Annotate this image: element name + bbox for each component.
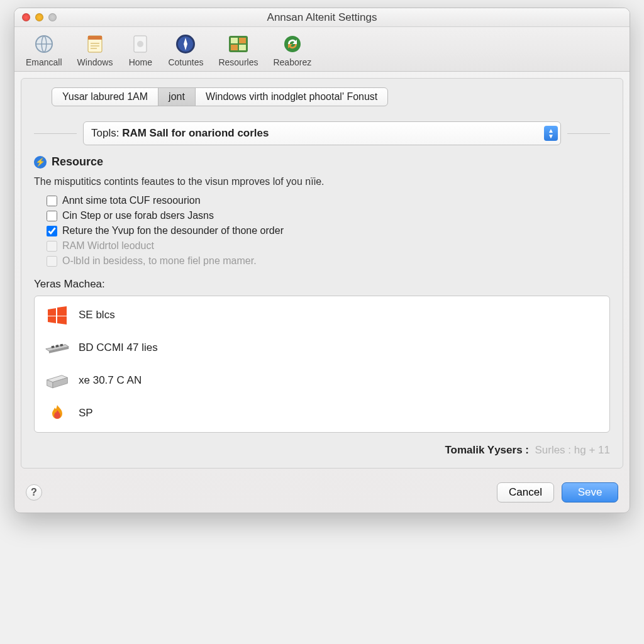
svg-rect-13: [231, 45, 238, 50]
globe-icon: [31, 32, 57, 56]
titlebar: Annsan Altenit Settings: [14, 8, 630, 27]
checkbox-reture[interactable]: Reture the Yvup fon the desounder of tho…: [47, 225, 610, 236]
svg-rect-12: [239, 38, 246, 43]
flame-icon: [45, 403, 70, 423]
list-item-label: SP: [79, 407, 93, 419]
help-button[interactable]: ?: [26, 484, 42, 501]
checkbox-label: Cin Step or use forab dsers Jasns: [62, 210, 214, 221]
checkbox-group: Annt sime tota CUF resoourion Cin Step o…: [47, 195, 610, 267]
dashboard-icon: [226, 32, 251, 56]
toolbar-item-home[interactable]: Home: [128, 32, 153, 67]
svg-rect-14: [239, 45, 246, 50]
checkbox-olbid: O-lbId in besidess, to mone fiel pne mam…: [47, 255, 610, 267]
checkbox-input[interactable]: [47, 211, 57, 221]
machines-list: SE blcs BD CCMI 47 lies xe 30.7 C AN SP: [34, 296, 610, 433]
popup-row: Topls: RAM Sall for onariond corles ▲▼: [34, 121, 610, 145]
toolbar-item-emancall[interactable]: Emancall: [26, 32, 62, 67]
compass-icon: [173, 32, 198, 56]
summary-label: Tomalik Yysers :: [445, 444, 529, 456]
windows-icon: [45, 305, 70, 325]
toolbar-label: Windows: [77, 57, 113, 67]
toolbar-item-resourles[interactable]: Resourles: [218, 32, 258, 67]
checkbox-input[interactable]: [47, 196, 57, 206]
tab-jont[interactable]: jont: [158, 87, 196, 106]
checkbox-input: [47, 241, 57, 252]
checkbox-input[interactable]: [47, 226, 57, 236]
checkbox-cinstep[interactable]: Cin Step or use forab dsers Jasns: [47, 210, 610, 221]
tab-windows-virth[interactable]: Windows virth inodglet phootal' Fonust: [195, 87, 388, 106]
toolbar-label: Resourles: [218, 57, 258, 67]
window-title: Annsan Altenit Settings: [14, 11, 630, 24]
toolbar: Emancall Windows Home Cotuntes Resourles: [14, 27, 630, 72]
topls-popup[interactable]: Topls: RAM Sall for onariond corles ▲▼: [83, 121, 561, 145]
checkbox-input: [47, 256, 57, 267]
action-buttons: Cancel Seve: [497, 482, 618, 502]
sync-icon: [280, 32, 305, 56]
toolbar-item-reaborez[interactable]: Reaborez: [273, 32, 311, 67]
checkbox-cuf[interactable]: Annt sime tota CUF resoourion: [47, 195, 610, 206]
bolt-icon: ⚡: [34, 156, 47, 169]
list-item[interactable]: SP: [35, 397, 609, 430]
list-item[interactable]: SE blcs: [35, 299, 609, 331]
document-icon: [128, 32, 153, 56]
popup-text: Topls: RAM Sall for onariond corles: [91, 127, 269, 140]
checkbox-ram: RAM Widrtol leoduct: [47, 240, 610, 252]
summary-line: Tomalik Yysers : Surles : hg + 11: [34, 444, 610, 457]
toolbar-label: Emancall: [26, 57, 62, 67]
section-title-text: Resource: [52, 155, 103, 169]
checkbox-label: Reture the Yvup fon the desounder of tho…: [62, 225, 284, 236]
notepad-icon: [82, 32, 108, 56]
segmented-tabs: Yusar labured 1AM jont Windows virth ino…: [52, 87, 610, 106]
content-panel: Yusar labured 1AM jont Windows virth ino…: [21, 78, 623, 469]
toolbar-label: Cotuntes: [168, 57, 203, 67]
save-button[interactable]: Seve: [562, 482, 618, 502]
list-heading: Yeras Machea:: [34, 278, 610, 291]
list-item-label: SE blcs: [79, 309, 115, 321]
settings-window: Annsan Altenit Settings Emancall Windows…: [14, 8, 630, 513]
svg-rect-2: [88, 36, 102, 40]
toolbar-item-windows[interactable]: Windows: [77, 32, 113, 67]
ram-icon: [45, 338, 70, 358]
list-item-label: xe 30.7 C AN: [79, 374, 142, 387]
toolbar-label: Home: [129, 57, 152, 67]
checkbox-label: RAM Widrtol leoduct: [62, 240, 154, 252]
list-item[interactable]: xe 30.7 C AN: [35, 364, 609, 397]
svg-point-7: [137, 41, 143, 47]
toolbar-item-cotuntes[interactable]: Cotuntes: [168, 32, 203, 67]
tab-yusar[interactable]: Yusar labured 1AM: [52, 87, 158, 106]
stepper-icon[interactable]: ▲▼: [544, 126, 558, 141]
list-item[interactable]: BD CCMI 47 lies: [35, 331, 609, 364]
toolbar-label: Reaborez: [273, 57, 311, 67]
checkbox-label: O-lbId in besidess, to mone fiel pne mam…: [62, 255, 257, 267]
list-item-label: BD CCMI 47 lies: [79, 341, 158, 354]
checkbox-label: Annt sime tota CUF resoourion: [62, 195, 201, 206]
package-icon: [45, 370, 70, 391]
bottom-bar: ? Cancel Seve: [14, 475, 630, 513]
section-description: The misputitics contints feautes to the …: [34, 176, 610, 187]
svg-rect-11: [231, 38, 238, 43]
summary-value: Surles : hg + 11: [535, 444, 610, 456]
section-heading: ⚡ Resource: [34, 155, 610, 169]
cancel-button[interactable]: Cancel: [497, 482, 554, 502]
